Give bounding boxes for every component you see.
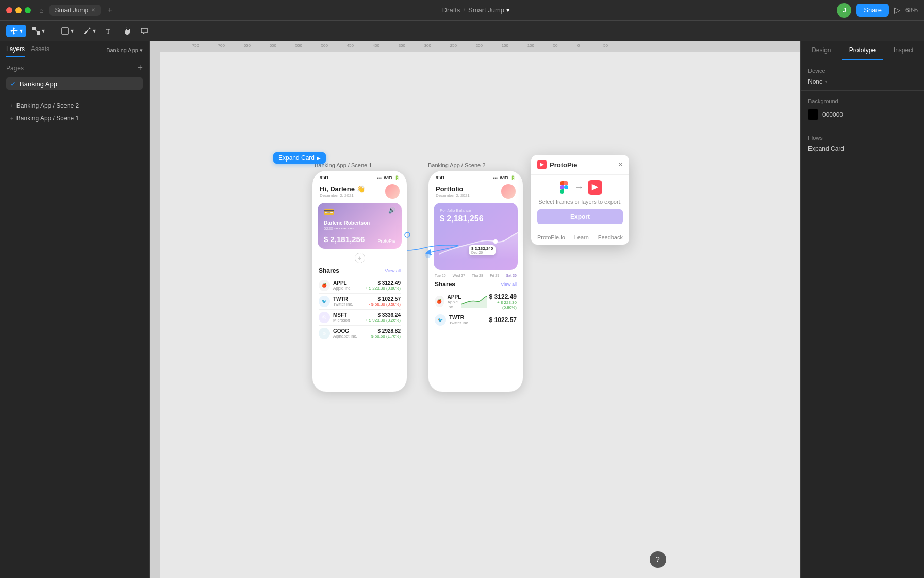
svg-rect-0 [32, 27, 36, 30]
ruler-label: -250 [449, 43, 457, 48]
breadcrumb-project[interactable]: Smart Jump ▾ [468, 6, 510, 14]
pp-export-button[interactable]: Export [537, 209, 623, 224]
home-icon[interactable]: ⌂ [39, 6, 43, 14]
stock-info-twtr: TWTR Twitter Inc. [333, 296, 369, 307]
stock-change-appl: + $ 223.30 (0.80%) [366, 286, 401, 291]
play-button[interactable]: ▷ [894, 5, 900, 15]
flow-item-expand-card[interactable]: Expand Card [808, 145, 917, 152]
avatar-2 [501, 184, 516, 199]
ps-item-appl: 🍎 APPL Apple Inc. [435, 291, 517, 312]
portfolio-title: Portfolio [436, 185, 470, 193]
zoom-label[interactable]: 68% [905, 7, 918, 14]
layer-scene-2[interactable]: + Banking App / Scene 2 [6, 100, 143, 112]
breadcrumb-drafts[interactable]: Drafts [442, 6, 460, 14]
tab-smart-jump[interactable]: Smart Jump ✕ [50, 5, 101, 16]
tool-move[interactable]: ▾ [6, 25, 26, 37]
shares-title-1: Shares [319, 267, 339, 275]
new-tab-button[interactable]: + [105, 5, 115, 15]
shares-section-1: Shares View all 🍎 APPL Apple Inc. $ 312 [312, 265, 407, 343]
stock-val-msft: $ 3336.24 [366, 312, 401, 318]
toolbar: ▾ ▾ ▾ ▾ T [0, 21, 924, 41]
stock-item-msft: Ⓜ MSFT Microsoft $ 3336.24 + $ 923.30 (3… [319, 310, 401, 326]
phone-frame-2: 9:41 ▪▪▪ WiFi 🔋 Portfolio December 2, 20… [428, 170, 523, 392]
tab-label: Smart Jump [55, 7, 88, 14]
layer-expand-icon: + [10, 103, 13, 109]
maximize-window-btn[interactable] [25, 7, 31, 13]
topbar: ⌂ Smart Jump ✕ + Drafts / Smart Jump ▾ J… [0, 0, 924, 21]
background-section: Background 000000 [801, 91, 924, 127]
tab-layers[interactable]: Layers [6, 45, 25, 57]
tab-inspect[interactable]: Inspect [883, 41, 924, 60]
stock-price-appl: $ 3122.49 + $ 223.30 (0.80%) [366, 280, 401, 291]
banking-app-dropdown[interactable]: Banking App ▾ [106, 47, 143, 54]
tool-text[interactable]: T [102, 25, 117, 37]
avatar: J [837, 3, 851, 18]
vertical-ruler [150, 41, 160, 578]
canvas-content: Expand Card ▶ Banking App / Scene 1 Bank… [160, 52, 800, 578]
tool-comment[interactable] [137, 25, 152, 37]
tab-close-icon[interactable]: ✕ [91, 7, 95, 13]
stock-logo-msft: Ⓜ [319, 312, 330, 323]
tool-shape[interactable]: ▾ [57, 25, 77, 37]
ps-title: Shares [435, 281, 455, 288]
share-button[interactable]: Share [856, 4, 889, 17]
ps-info-twtr: TWTR Twitter Inc. [449, 315, 489, 325]
device-dropdown[interactable]: None ▾ [808, 78, 827, 85]
add-page-button[interactable]: + [137, 62, 143, 73]
pp-export-row: → [558, 180, 602, 195]
view-all-1[interactable]: View all [385, 268, 401, 274]
ps-item-twtr: 🐦 TWTR Twitter Inc. $ 1022.57 [435, 312, 517, 328]
svg-line-2 [36, 30, 37, 31]
tab-prototype[interactable]: Prototype [842, 41, 883, 60]
stock-val-twtr: $ 1022.57 [369, 296, 401, 302]
stock-info-appl: APPL Apple Inc. [333, 280, 366, 291]
stock-ticker-appl: APPL [333, 280, 366, 286]
ruler-label: -650 [242, 43, 251, 48]
tool-pen[interactable]: ▾ [79, 25, 100, 37]
tool-scale[interactable]: ▾ [28, 25, 48, 37]
stock-val-appl: $ 3122.49 [366, 280, 401, 286]
tool-hand[interactable] [119, 25, 135, 37]
ruler-label: -500 [320, 43, 328, 48]
horizontal-ruler: -750 -700 -650 -600 -550 -500 -450 -400 … [160, 41, 800, 52]
stock-logo-appl: 🍎 [319, 280, 330, 291]
tab-design[interactable]: Design [801, 41, 842, 60]
minimize-window-btn[interactable] [15, 7, 22, 13]
card-number: 5220 •••• •••• •••• [324, 226, 395, 231]
canvas[interactable]: -750 -700 -650 -600 -550 -500 -450 -400 … [150, 41, 800, 578]
svg-text:T: T [106, 27, 110, 35]
add-card-icon[interactable]: + [355, 253, 365, 263]
background-hex: 000000 [822, 111, 843, 118]
ruler-label: -700 [217, 43, 225, 48]
stock-name-appl: Apple Inc. [333, 286, 366, 291]
pp-link-learn[interactable]: Learn [574, 234, 589, 240]
breadcrumb: Drafts / Smart Jump ▾ [119, 6, 833, 14]
balance-amount: $ 2,181,256 [440, 214, 512, 223]
close-window-btn[interactable] [6, 7, 12, 13]
stock-val-goog: $ 2928.82 [368, 328, 401, 334]
phone-scene-2: 9:41 ▪▪▪ WiFi 🔋 Portfolio December 2, 20… [428, 170, 523, 392]
layer-scene-1[interactable]: + Banking App / Scene 1 [6, 112, 143, 124]
scene2-label: Banking App / Scene 2 [428, 160, 485, 169]
pp-close-button[interactable]: × [618, 160, 623, 169]
pp-link-protopie[interactable]: ProtoPie.io [537, 234, 565, 240]
stock-ticker-goog: GOOG [333, 328, 368, 334]
background-color-swatch[interactable] [808, 109, 818, 120]
ps-price-twtr: $ 1022.57 [489, 316, 517, 324]
pp-link-feedback[interactable]: Feedback [598, 234, 623, 240]
phone-frame-1: 9:41 ▪▪▪ WiFi 🔋 Hi, Darlene 👋 December 2… [312, 170, 407, 392]
expand-card-button[interactable]: Expand Card ▶ [273, 152, 326, 164]
ps-name-twtr: Twitter Inc. [449, 320, 489, 325]
protopie-export-icon [588, 180, 602, 195]
tab-assets[interactable]: Assets [31, 45, 50, 57]
help-button[interactable]: ? [650, 551, 666, 568]
ps-view-all[interactable]: View all [501, 282, 517, 287]
card-bottom: $ 2,181,256 ProtoPie [324, 235, 395, 244]
ruler-label: -150 [500, 43, 508, 48]
panel-tabs: Layers Assets Banking App ▾ [0, 41, 149, 57]
ps-ticker-appl: APPL [448, 294, 461, 300]
right-panel: Design Prototype Inspect Device None ▾ B… [800, 41, 924, 578]
stock-item-appl: 🍎 APPL Apple Inc. $ 3122.49 + $ 223.30 (… [319, 278, 401, 294]
status-icons-2: ▪▪▪ WiFi 🔋 [493, 175, 516, 180]
page-banking-app[interactable]: ✓ Banking App [6, 77, 143, 90]
